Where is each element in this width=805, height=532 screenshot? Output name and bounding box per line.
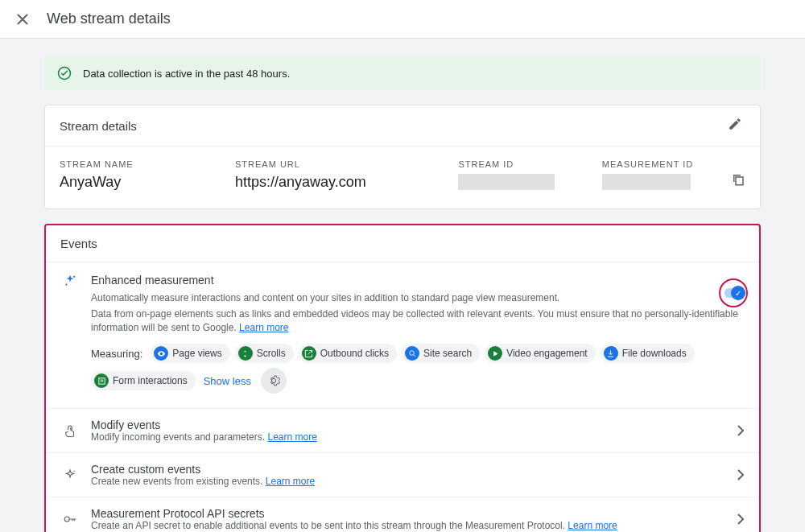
list-item-title: Modify events	[91, 419, 737, 431]
enhanced-measurement-toggle-highlight	[719, 278, 748, 307]
enhanced-learn-more-link[interactable]: Learn more	[239, 322, 288, 333]
chip-site-search: Site search	[402, 344, 480, 363]
stream-name-label: STREAM NAME	[60, 159, 219, 169]
stream-url-label: STREAM URL	[235, 159, 442, 169]
chip-video-engagement: Video engagement	[485, 344, 596, 363]
svg-point-3	[65, 283, 67, 285]
svg-point-2	[73, 276, 75, 278]
enhanced-measurement-toggle[interactable]	[724, 288, 742, 298]
scroll-icon	[238, 346, 253, 361]
stream-id-value	[458, 174, 555, 190]
touch-icon	[60, 423, 80, 438]
close-button[interactable]	[13, 10, 32, 29]
key-icon	[60, 512, 80, 526]
list-item-sub: Create an API secret to enable additiona…	[91, 520, 565, 531]
measurement-id-value	[602, 174, 691, 190]
form-icon	[94, 373, 109, 388]
learn-more-link[interactable]: Learn more	[266, 476, 315, 487]
enhanced-measurement-row: Enhanced measurement Automatically measu…	[46, 262, 759, 408]
stream-details-heading: Stream details	[60, 119, 137, 133]
events-card: Events Enhanced measurement Automaticall…	[44, 224, 761, 532]
list-item-title: Create custom events	[91, 463, 737, 476]
show-less-link[interactable]: Show less	[204, 375, 251, 387]
sparkle-icon	[60, 274, 80, 394]
stream-name-value: AnyaWay	[60, 174, 219, 191]
edit-stream-button[interactable]	[728, 117, 745, 134]
copy-icon	[731, 172, 745, 187]
copy-measurement-id-button[interactable]	[731, 172, 745, 187]
search-icon	[405, 346, 419, 361]
top-bar: Web stream details	[0, 0, 805, 39]
chevron-right-icon	[737, 513, 745, 525]
chip-outbound-clicks: Outbound clicks	[299, 344, 397, 363]
events-row-modify-events[interactable]: Modify eventsModify incoming events and …	[46, 408, 759, 452]
learn-more-link[interactable]: Learn more	[267, 431, 316, 443]
enhanced-measurement-title: Enhanced measurement	[91, 274, 745, 287]
svg-point-6	[74, 471, 76, 472]
gear-icon	[267, 374, 280, 387]
list-item-sub: Create new events from existing events.	[91, 476, 262, 487]
download-icon	[604, 346, 618, 361]
events-row-create-custom-events[interactable]: Create custom eventsCreate new events fr…	[46, 452, 759, 497]
chip-page-views: Page views	[151, 344, 229, 363]
list-item-title: Measurement Protocol API secrets	[91, 507, 737, 520]
stream-id-label: STREAM ID	[458, 159, 585, 169]
chip-scrolls: Scrolls	[235, 344, 294, 363]
svg-point-7	[64, 517, 69, 522]
stream-details-card: Stream details STREAM NAME AnyaWay STREA…	[44, 105, 761, 209]
list-item-sub: Modify incoming events and parameters.	[91, 431, 265, 443]
play-icon	[488, 346, 502, 361]
stream-url-value: https://anyaway.com	[235, 174, 442, 191]
out-icon	[302, 346, 316, 361]
measuring-label: Measuring:	[91, 348, 142, 360]
chevron-right-icon	[737, 469, 745, 480]
enhanced-measurement-desc1: Automatically measure interactions and c…	[91, 291, 745, 305]
page-body: Data collection is active in the past 48…	[0, 39, 805, 532]
close-icon	[16, 13, 29, 26]
chip-file-downloads: File downloads	[601, 344, 695, 363]
enhanced-settings-button[interactable]	[261, 368, 287, 394]
measurement-id-label: MEASUREMENT ID	[602, 159, 726, 169]
status-banner: Data collection is active in the past 48…	[44, 56, 761, 90]
events-heading: Events	[46, 225, 759, 262]
pencil-icon	[728, 117, 742, 131]
measuring-chips: Measuring: Page viewsScrollsOutbound cli…	[91, 344, 745, 394]
chevron-right-icon	[737, 425, 745, 436]
chip-form-interactions: Form interactions	[91, 371, 196, 390]
svg-point-4	[409, 351, 413, 356]
check-circle-icon	[57, 66, 72, 80]
events-row-measurement-protocol-api-secrets[interactable]: Measurement Protocol API secretsCreate a…	[46, 497, 759, 532]
page-title: Web stream details	[47, 10, 171, 27]
learn-more-link[interactable]: Learn more	[568, 520, 617, 531]
svg-rect-1	[736, 177, 743, 185]
enhanced-measurement-desc2: Data from on-page elements such as links…	[91, 308, 738, 333]
sparkle-icon	[60, 468, 80, 482]
status-text: Data collection is active in the past 48…	[83, 68, 290, 80]
eye-icon	[154, 346, 168, 361]
